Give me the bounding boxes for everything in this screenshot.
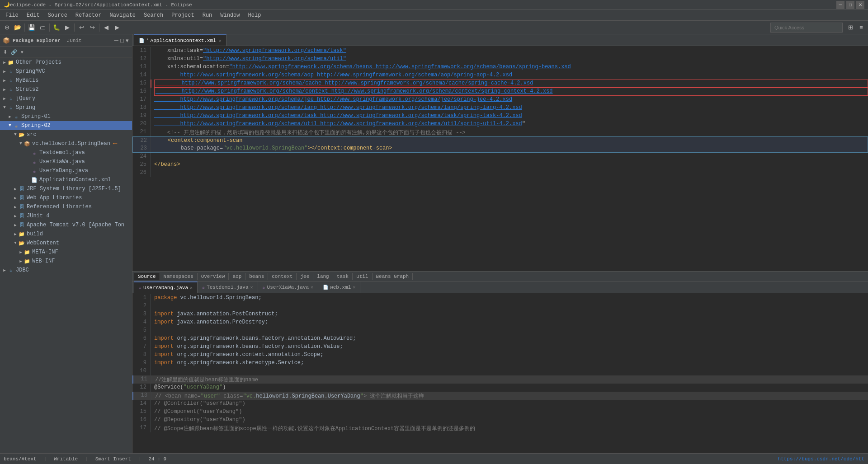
tree-tomcat[interactable]: ▶ 🗄 Apache Tomcat v7.0 [Apache Ton <box>0 220 132 230</box>
tree-jdbc[interactable]: ▶ ☕ JDBC <box>0 266 132 275</box>
tree-struts2[interactable]: ▶ ☕ Struts2 <box>0 85 132 94</box>
tree-springmvc[interactable]: ▶ ☕ SpringMVC <box>0 67 132 76</box>
source-tab-beans[interactable]: beans <box>245 273 268 280</box>
tree-src[interactable]: ▼ 📂 src <box>0 130 132 139</box>
source-tab-aop[interactable]: aop <box>229 273 245 280</box>
source-tab-overview[interactable]: Overview <box>198 273 229 280</box>
menu-project[interactable]: Project <box>168 11 198 19</box>
tree-userxiawa[interactable]: ▶ ☕ UserXiaWa.java <box>0 157 132 166</box>
statusbar: beans/#text | Writable | Smart Insert | … <box>0 453 868 464</box>
springmvc-icon: ☕ <box>7 68 14 75</box>
debug-button[interactable]: 🐛 <box>52 23 61 33</box>
tree-vc-package[interactable]: ▼ 📦 vc.helloworld.SpringBean ← <box>0 139 132 148</box>
bottom-editor-content[interactable]: 1 package vc.helloworld.SpringBean; 2 3 … <box>132 293 868 453</box>
menu-run[interactable]: Run <box>199 11 216 19</box>
tab-useryadang[interactable]: ☕ UserYaDang.java ✕ <box>134 281 198 293</box>
junit4-label: JUnit 4 <box>27 213 49 219</box>
back-button[interactable]: ◀ <box>101 23 111 33</box>
tree-web-inf[interactable]: ▶ 📁 WEB-INF <box>0 257 132 266</box>
tree-spring02[interactable]: ▼ ☕ Spring-02 <box>0 121 132 130</box>
forward-button[interactable]: ▶ <box>112 23 122 33</box>
tab-close-webxml[interactable]: ✕ <box>353 285 355 290</box>
tree-testdemo1[interactable]: ▶ ☕ Testdemo1.java <box>0 148 132 157</box>
menu-edit[interactable]: Edit <box>23 11 43 19</box>
menu-source[interactable]: Source <box>44 11 71 19</box>
source-tab-lang[interactable]: lang <box>313 273 333 280</box>
tree-container[interactable]: ▶ 📁 Other Projects ▶ ☕ SpringMVC ▶ ☕ MyB… <box>0 58 132 448</box>
tab-close-userxiawa[interactable]: ✕ <box>311 285 313 290</box>
tree-jquery[interactable]: ▶ ☕ jQuery <box>0 94 132 103</box>
panel-menu-button[interactable]: ▾ <box>125 37 129 44</box>
source-tab-beansgraph[interactable]: Beans Graph <box>373 273 413 280</box>
source-tab-jee[interactable]: jee <box>297 273 313 280</box>
source-tab-util[interactable]: util <box>353 273 372 280</box>
menu-help[interactable]: Help <box>245 11 265 19</box>
tab-close-useryadang[interactable]: ✕ <box>190 285 193 291</box>
tab-userxiawa[interactable]: ☕ UserXiaWa.java ✕ <box>258 281 318 293</box>
collapse-all-button[interactable]: ⬇ <box>2 49 9 56</box>
save-button[interactable]: 💾 <box>27 23 37 33</box>
menu-file[interactable]: File <box>2 11 22 19</box>
maximize-panel-button[interactable]: □ <box>120 37 124 44</box>
new-button[interactable]: ⊕ <box>2 23 12 33</box>
source-tab-source[interactable]: Source <box>134 273 160 280</box>
tree-meta-inf[interactable]: ▶ 📁 META-INF <box>0 248 132 257</box>
top-editor-content[interactable]: 11 xmlns:task="http://www.springframewor… <box>132 46 868 271</box>
menu-search[interactable]: Search <box>140 11 167 19</box>
tree-spring01[interactable]: ▶ ☕ Spring-01 <box>0 112 132 121</box>
perspectives-button[interactable]: ⊞ <box>845 23 855 33</box>
undo-button[interactable]: ↩ <box>76 23 86 33</box>
tab-webxml[interactable]: 📄 web.xml ✕ <box>318 281 360 293</box>
code-line-18: 18 http://www.springframework.org/schema… <box>132 104 868 112</box>
tab-testdemo1[interactable]: ☕ Testdemo1.java ✕ <box>198 281 258 293</box>
tree-webapp-libs[interactable]: ▶ 🗄 Web App Libraries <box>0 193 132 202</box>
tree-webcontent[interactable]: ▼ 📂 WebContent <box>0 239 132 248</box>
code-line-21: 21 <!-- 开启注解的扫描，然后填写的包路径就是用来扫描这个包下里面的所有注… <box>132 128 868 136</box>
views-button[interactable]: ≡ <box>856 23 866 33</box>
tree-other-projects[interactable]: ▶ 📁 Other Projects <box>0 58 132 67</box>
spring01-icon: ☕ <box>13 113 20 120</box>
tree-useryadang[interactable]: ▶ ☕ UserYaDang.java <box>0 166 132 175</box>
tree-build[interactable]: ▶ 📁 build <box>0 230 132 239</box>
quick-access-input[interactable] <box>770 23 843 33</box>
open-button[interactable]: 📂 <box>13 23 23 33</box>
java-line-5: 5 <box>132 327 868 335</box>
tree-ref-libs[interactable]: ▶ 🗄 Referenced Libraries <box>0 202 132 211</box>
minimize-panel-button[interactable]: ─ <box>113 37 118 44</box>
source-tab-task[interactable]: task <box>333 273 353 280</box>
source-tab-context[interactable]: context <box>268 273 297 280</box>
tree-appcontext[interactable]: ▶ 📄 ApplicationContext.xml <box>0 175 132 184</box>
save-all-button[interactable]: 🗃 <box>38 23 47 33</box>
java-line-3: 3 import javax.annotation.PostConstruct; <box>132 310 868 319</box>
tree-mybatis[interactable]: ▶ ☕ MyBatis <box>0 76 132 85</box>
tab-close-testdemo1[interactable]: ✕ <box>250 285 253 290</box>
tree-junit4[interactable]: ▶ 🗄 JUnit 4 <box>0 211 132 220</box>
menu-navigate[interactable]: Navigate <box>106 11 139 19</box>
menu-window[interactable]: Window <box>217 11 243 19</box>
menu-refactor[interactable]: Refactor <box>72 11 105 19</box>
redo-button[interactable]: ↪ <box>87 23 97 33</box>
minimize-button[interactable]: ─ <box>836 1 844 9</box>
code-line-16: 16 http://www.springframework.org/schema… <box>132 88 868 96</box>
status-url: https://bugs.csdn.net/cde/htt <box>778 456 864 462</box>
junit-tab[interactable]: JUnit <box>67 38 82 43</box>
springmvc-label: SpringMVC <box>16 68 45 75</box>
tree-jre[interactable]: ▶ 🗄 JRE System Library [J2SE-1.5] <box>0 184 132 193</box>
code-line-26: 26 <box>132 169 868 177</box>
source-tab-namespaces[interactable]: Namespaces <box>160 273 198 280</box>
close-button[interactable]: ✕ <box>856 1 864 9</box>
toolbar-separator-1 <box>24 23 25 32</box>
useryadang-icon: ☕ <box>31 167 38 174</box>
maximize-button[interactable]: □ <box>846 1 854 9</box>
spring-label: Spring <box>16 104 35 111</box>
spring01-label: Spring-01 <box>21 113 51 120</box>
left-panel-scrollbar[interactable] <box>0 448 132 453</box>
tree-view-menu-button[interactable]: ▾ <box>19 49 25 56</box>
run-button[interactable]: ▶ <box>62 23 72 33</box>
tree-arrow-jdbc: ▶ <box>2 268 7 273</box>
tab-close-icon[interactable]: ✕ <box>219 38 222 43</box>
tree-spring[interactable]: ▼ ☕ Spring <box>0 103 132 112</box>
spring02-icon: ☕ <box>13 122 20 129</box>
link-editor-button[interactable]: 🔗 <box>9 49 19 56</box>
tab-appcontext[interactable]: 📄 * ApplicationContext.xml ✕ <box>134 34 226 46</box>
